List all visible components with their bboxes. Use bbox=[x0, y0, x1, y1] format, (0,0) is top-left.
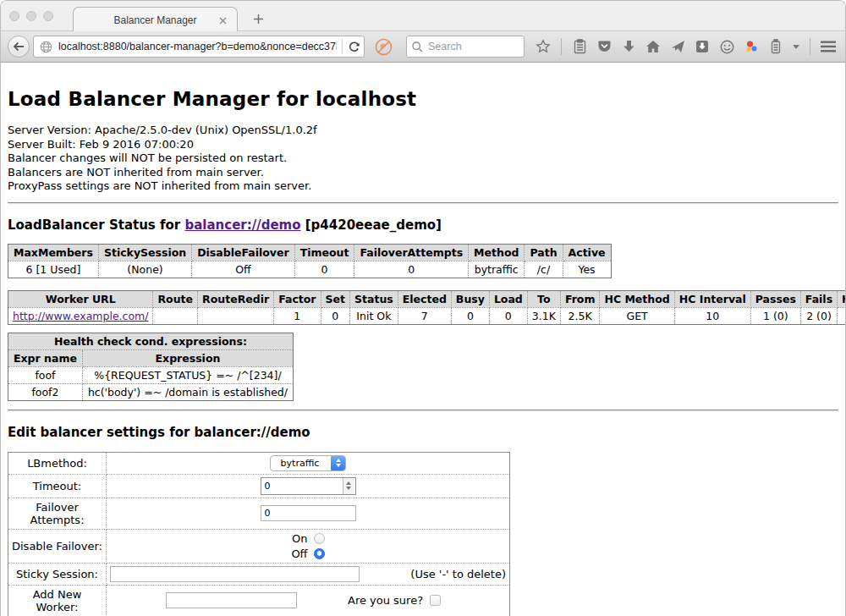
send-icon[interactable] bbox=[669, 38, 686, 55]
radio-on-label: On bbox=[292, 532, 307, 545]
sticky-session-label: Sticky Session: bbox=[8, 563, 107, 585]
cell-set: 0 bbox=[321, 307, 349, 324]
cell-timeout: 0 bbox=[294, 261, 354, 278]
col-stickysession: StickySession bbox=[98, 244, 191, 261]
tab-close-icon[interactable] bbox=[217, 14, 228, 26]
cell-route bbox=[153, 307, 198, 324]
lbmethod-select[interactable]: bytraffic bbox=[270, 455, 347, 471]
cell-to: 3.1K bbox=[527, 307, 560, 324]
col-passes: Passes bbox=[750, 290, 800, 307]
col-path: Path bbox=[525, 244, 563, 261]
cell-status: Init Ok bbox=[350, 307, 398, 324]
zoom-window-button[interactable] bbox=[43, 11, 53, 21]
worker-row: http://www.example.com/ 1 0 Init Ok 7 0 … bbox=[8, 307, 846, 324]
toolbar-separator bbox=[561, 38, 562, 55]
star-icon[interactable] bbox=[535, 38, 552, 55]
divider bbox=[8, 202, 838, 204]
url-bar[interactable]: localhost:8880/balancer-manager?b=demo&n… bbox=[33, 36, 365, 58]
toolbar-icons bbox=[535, 38, 846, 55]
health-row: foof2 hc('body') =~ /domain is establish… bbox=[8, 383, 294, 400]
worker-url-link[interactable]: http://www.example.com/ bbox=[13, 310, 148, 322]
sticky-session-input[interactable] bbox=[110, 566, 360, 582]
select-stepper-icon bbox=[331, 455, 345, 471]
cell-path: /c/ bbox=[525, 261, 563, 278]
tab-title: Balancer Manager bbox=[113, 14, 196, 26]
browser-window: Balancer Manager localhost:8880/balancer… bbox=[0, 0, 846, 616]
server-info: Server Version: Apache/2.5.0-dev (Unix) … bbox=[8, 124, 838, 194]
close-window-button[interactable] bbox=[9, 11, 19, 21]
tab-balancer-manager[interactable]: Balancer Manager bbox=[73, 7, 238, 32]
chevron-down-icon[interactable] bbox=[792, 38, 800, 55]
download-icon[interactable] bbox=[620, 38, 637, 55]
persist-notice-line: Balancer changes will NOT be persisted o… bbox=[8, 151, 838, 166]
col-elected: Elected bbox=[398, 290, 451, 307]
cell-maxmembers: 6 [1 Used] bbox=[8, 261, 99, 278]
colors-extension-icon[interactable] bbox=[743, 38, 760, 55]
globe-icon bbox=[40, 41, 52, 53]
lbmethod-selected-value: bytraffic bbox=[281, 458, 332, 469]
new-tab-button[interactable] bbox=[250, 11, 266, 26]
health-table-title: Health check cond. expressions: bbox=[8, 333, 294, 349]
balancer-demo-link[interactable]: balancer://demo bbox=[184, 217, 300, 233]
col-load: Load bbox=[489, 290, 527, 307]
search-bar[interactable]: Search bbox=[406, 36, 525, 58]
balancer-settings-form: LBmethod: bytraffic Timeout: 0 bbox=[8, 452, 510, 616]
cell-expr-name: foof bbox=[8, 366, 83, 383]
cell-routeredir bbox=[198, 307, 274, 324]
status-heading: LoadBalancer Status for balancer://demo … bbox=[8, 217, 838, 233]
clipboard-icon[interactable] bbox=[571, 38, 588, 55]
adblock-icon[interactable] bbox=[375, 38, 393, 56]
url-input[interactable]: localhost:8880/balancer-manager?b=demo&n… bbox=[58, 41, 337, 52]
save-panel-icon[interactable] bbox=[694, 38, 711, 55]
cell-load: 0 bbox=[489, 307, 527, 324]
url-divider bbox=[342, 39, 343, 54]
col-hc-method: HC Method bbox=[600, 290, 674, 307]
cell-factor: 1 bbox=[274, 307, 321, 324]
cell-expression: hc('body') =~ /domain is established/ bbox=[82, 383, 293, 400]
status-heading-suffix: [p4420eeae_demo] bbox=[301, 217, 442, 233]
cell-hc-interval: 10 bbox=[674, 307, 750, 324]
balancer-status-table: MaxMembers StickySession DisableFailover… bbox=[8, 244, 612, 278]
cell-expression: %{REQUEST_STATUS} =~ /^[234]/ bbox=[82, 366, 293, 383]
proxypass-notice-line: ProxyPass settings are NOT inherited fro… bbox=[8, 179, 838, 194]
radio-off-label: Off bbox=[291, 547, 307, 560]
failover-attempts-value: 0 bbox=[261, 508, 355, 519]
home-icon[interactable] bbox=[645, 38, 662, 55]
cell-stickysession: (None) bbox=[98, 261, 191, 278]
radio-off[interactable] bbox=[314, 548, 325, 559]
are-you-sure-checkbox[interactable] bbox=[430, 595, 441, 606]
cell-hc-uri bbox=[838, 307, 845, 324]
radio-on[interactable] bbox=[314, 533, 325, 544]
col-to: To bbox=[527, 290, 560, 307]
cell-busy: 0 bbox=[451, 307, 489, 324]
are-you-sure-label: Are you sure? bbox=[348, 594, 423, 607]
cell-expr-name: foof2 bbox=[8, 383, 83, 400]
menu-icon[interactable] bbox=[820, 38, 837, 55]
battery-extension-icon[interactable] bbox=[767, 38, 784, 55]
timeout-value: 0 bbox=[261, 481, 343, 492]
failover-attempts-input[interactable]: 0 bbox=[261, 505, 356, 521]
back-button[interactable] bbox=[8, 36, 30, 58]
page-title: Load Balancer Manager for localhost bbox=[8, 63, 838, 110]
minimize-window-button[interactable] bbox=[26, 11, 36, 21]
search-icon bbox=[412, 41, 423, 52]
col-from: From bbox=[560, 290, 600, 307]
number-spinner-icon[interactable] bbox=[343, 478, 354, 494]
reload-icon[interactable] bbox=[348, 41, 360, 53]
server-built-line: Server Built: Feb 9 2016 07:00:20 bbox=[8, 138, 838, 152]
disable-failover-label: Disable Failover: bbox=[8, 529, 107, 563]
feedback-smiley-icon[interactable] bbox=[718, 38, 735, 55]
add-worker-input[interactable] bbox=[166, 592, 297, 608]
col-disablefailover: DisableFailover bbox=[192, 244, 294, 261]
col-maxmembers: MaxMembers bbox=[8, 244, 99, 261]
cell-disablefailover: Off bbox=[192, 261, 294, 278]
cell-passes: 1 (0) bbox=[750, 307, 800, 324]
tab-bar: Balancer Manager bbox=[1, 1, 845, 31]
col-timeout: Timeout bbox=[294, 244, 354, 261]
timeout-input[interactable]: 0 bbox=[261, 477, 356, 495]
col-expr-name: Expr name bbox=[8, 349, 83, 366]
search-input[interactable]: Search bbox=[428, 41, 462, 52]
divider bbox=[8, 410, 838, 411]
pocket-icon[interactable] bbox=[596, 38, 613, 55]
col-busy: Busy bbox=[451, 290, 489, 307]
